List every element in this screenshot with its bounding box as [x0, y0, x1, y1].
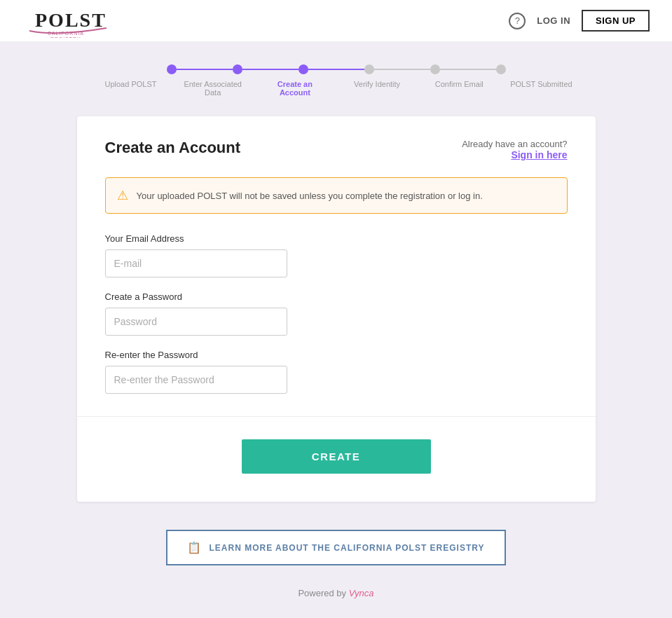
step-line-2 — [242, 69, 299, 70]
svg-text:REGISTRY: REGISTRY — [50, 36, 81, 38]
header-actions: ? LOG IN SIGN UP — [509, 10, 650, 32]
step-dot-verify — [364, 64, 374, 74]
step-label-verify: Verify Identity — [344, 80, 410, 97]
step-label-create: Create anAccount — [262, 80, 328, 97]
step-line-5 — [440, 69, 496, 70]
create-account-card: Create an Account Already have an accoun… — [77, 116, 596, 502]
password-group: Create a Password — [105, 291, 568, 336]
step-dot-upload — [167, 64, 177, 74]
card-divider — [77, 416, 596, 417]
create-button[interactable]: CREATE — [242, 439, 431, 474]
learn-more-button[interactable]: 📋 LEARN MORE ABOUT THE CALIFORNIA POLST … — [166, 530, 505, 565]
reenter-password-group: Re-enter the Password — [105, 350, 568, 394]
svg-text:POLST: POLST — [35, 9, 107, 31]
logo: POLST CALIFORNIA REGISTRY — [22, 1, 114, 41]
step-label-associated: Enter AssociatedData — [180, 80, 246, 97]
email-label: Your Email Address — [105, 233, 568, 244]
step-line-4 — [374, 69, 430, 70]
stepper-labels: Upload POLST Enter AssociatedData Create… — [98, 80, 575, 97]
step-dot-associated — [233, 64, 242, 74]
create-button-wrapper: CREATE — [105, 439, 568, 474]
reenter-password-input[interactable] — [105, 366, 287, 394]
warning-message: Your uploaded POLST will not be saved un… — [137, 191, 483, 201]
stepper-row — [98, 64, 575, 74]
login-link[interactable]: LOG IN — [537, 15, 570, 26]
learn-more-wrapper: 📋 LEARN MORE ABOUT THE CALIFORNIA POLST … — [166, 530, 505, 565]
logo-image: POLST CALIFORNIA REGISTRY — [22, 1, 114, 38]
email-group: Your Email Address — [105, 233, 568, 277]
step-line-3 — [308, 69, 364, 70]
sign-in-link[interactable]: Sign in here — [462, 149, 567, 160]
step-dot-submitted — [496, 64, 506, 74]
header: POLST CALIFORNIA REGISTRY ? LOG IN SIGN … — [0, 0, 672, 42]
step-label-upload: Upload POLST — [98, 80, 164, 97]
card-title: Create an Account — [105, 139, 241, 157]
password-label: Create a Password — [105, 291, 568, 302]
svg-text:CALIFORNIA: CALIFORNIA — [48, 31, 84, 36]
step-dot-confirm — [430, 64, 440, 74]
main-content: Upload POLST Enter AssociatedData Create… — [0, 42, 672, 618]
warning-box: ⚠ Your uploaded POLST will not be saved … — [105, 177, 568, 214]
card-header: Create an Account Already have an accoun… — [105, 139, 568, 160]
step-label-confirm: Confirm Email — [426, 80, 492, 97]
email-input[interactable] — [105, 249, 287, 277]
footer: Powered by Vynca — [298, 588, 373, 598]
reenter-password-label: Re-enter the Password — [105, 350, 568, 360]
already-account-section: Already have an account? Sign in here — [462, 139, 567, 160]
learn-more-label: LEARN MORE ABOUT THE CALIFORNIA POLST ER… — [209, 543, 484, 553]
step-label-submitted: POLST Submitted — [508, 80, 574, 97]
step-dot-create — [299, 64, 308, 74]
step-line-1 — [177, 69, 233, 70]
stepper: Upload POLST Enter AssociatedData Create… — [98, 64, 575, 97]
vynca-link[interactable]: Vynca — [349, 588, 374, 598]
signup-button[interactable]: SIGN UP — [582, 10, 650, 32]
warning-icon: ⚠ — [117, 188, 128, 203]
password-input[interactable] — [105, 308, 287, 336]
powered-by-text: Powered by — [298, 588, 346, 598]
already-account-text: Already have an account? — [462, 139, 567, 149]
help-icon[interactable]: ? — [509, 13, 526, 29]
learn-more-icon: 📋 — [187, 541, 202, 554]
